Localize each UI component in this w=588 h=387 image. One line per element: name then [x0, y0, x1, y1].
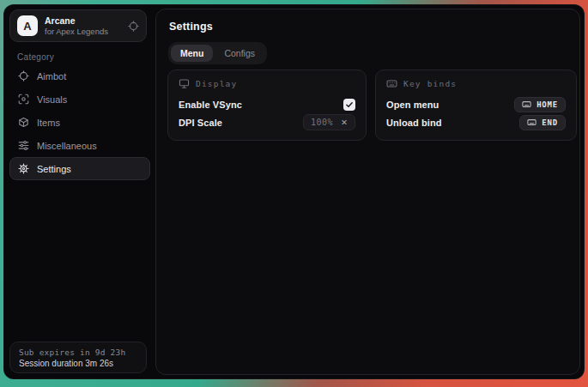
keybinds-card: Key binds Open menu HOME Unload bin [375, 70, 577, 141]
open-menu-label: Open menu [386, 100, 439, 110]
subscription-info-card: Sub expires in 9d 23h Session duration 3… [9, 342, 147, 373]
target-icon [128, 21, 139, 32]
sidebar-item-label: Items [37, 118, 60, 128]
package-icon [18, 117, 29, 128]
vsync-label: Enable VSync [179, 100, 242, 110]
app-window: A Arcane for Apex Legends Category Aimbo… [3, 4, 585, 379]
sidebar-item-label: Miscellaneous [37, 141, 97, 151]
unload-bind-keybind-button[interactable]: END [519, 115, 566, 130]
app-subtitle: for Apex Legends [45, 27, 128, 37]
unload-bind-label: Unload bind [386, 118, 442, 128]
scan-eye-icon [18, 94, 29, 105]
sidebar: A Arcane for Apex Legends Category Aimbo… [4, 5, 155, 378]
vsync-checkbox[interactable] [343, 99, 355, 111]
dpi-label: DPI Scale [179, 118, 222, 128]
clear-icon[interactable]: ✕ [341, 118, 348, 127]
display-card: Display Enable VSync DPI Scale 100% ✕ [167, 70, 367, 141]
sidebar-item-visuals[interactable]: Visuals [9, 88, 150, 111]
sidebar-item-aimbot[interactable]: Aimbot [9, 64, 150, 88]
check-icon [345, 100, 354, 109]
crosshair-icon [18, 70, 29, 82]
settings-tabs: Menu Configs [168, 42, 267, 64]
settings-cards: Display Enable VSync DPI Scale 100% ✕ [167, 70, 577, 141]
open-menu-keybind-button[interactable]: HOME [514, 97, 566, 112]
tab-menu[interactable]: Menu [171, 45, 213, 62]
sidebar-item-label: Visuals [37, 94, 67, 105]
app-title: Arcane [45, 15, 128, 27]
main-panel: Settings Menu Configs Display Enable VSy… [155, 9, 580, 375]
dpi-scale-input[interactable]: 100% ✕ [303, 114, 355, 130]
category-label: Category [17, 52, 54, 62]
open-menu-row: Open menu HOME [386, 95, 566, 113]
dpi-row: DPI Scale 100% ✕ [179, 113, 355, 131]
open-menu-key: HOME [536, 100, 558, 109]
session-duration-text: Session duration 3m 26s [19, 359, 137, 368]
keybinds-card-title: Key binds [403, 79, 457, 88]
unload-bind-row: Unload bind END [386, 113, 566, 131]
keyboard-icon [527, 118, 536, 127]
sub-expires-text: Sub expires in 9d 23h [19, 348, 137, 357]
tab-configs[interactable]: Configs [215, 45, 264, 62]
sidebar-item-label: Settings [37, 164, 71, 174]
display-card-title: Display [196, 79, 237, 88]
keyboard-icon [522, 100, 531, 109]
sidebar-item-items[interactable]: Items [9, 111, 150, 134]
brand-card: A Arcane for Apex Legends [9, 9, 147, 42]
vsync-row: Enable VSync [179, 95, 355, 113]
sidebar-item-miscellaneous[interactable]: Miscellaneous [9, 134, 150, 157]
sidebar-item-label: Aimbot [37, 71, 66, 82]
unload-bind-key: END [542, 118, 558, 127]
app-logo: A [17, 15, 38, 36]
page-title: Settings [169, 21, 213, 33]
gear-icon [18, 163, 29, 174]
category-nav: Aimbot Visuals Items [9, 64, 150, 180]
sidebar-item-settings[interactable]: Settings [9, 157, 150, 180]
dpi-scale-value: 100% [311, 118, 333, 127]
monitor-icon [179, 78, 190, 89]
sliders-icon [18, 140, 29, 151]
keyboard-icon [386, 78, 397, 89]
